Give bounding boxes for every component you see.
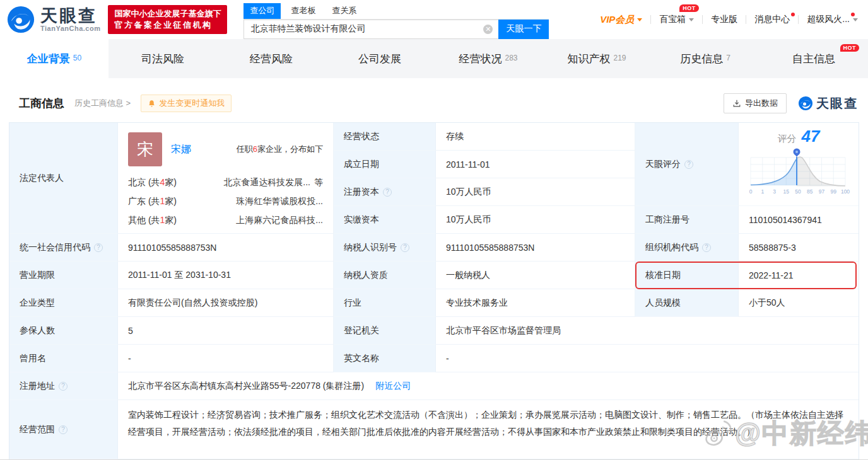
- svg-text:99: 99: [831, 188, 837, 195]
- value-taxpayer-quality: 一般纳税人: [436, 262, 635, 289]
- tianyancha-logo-icon: [6, 5, 35, 34]
- search-tab-company[interactable]: 查公司: [243, 3, 281, 19]
- help-icon[interactable]: ?: [94, 243, 103, 252]
- related-company-link[interactable]: 北京食通达科技发展...: [223, 173, 310, 192]
- tab-label: 历史信息: [680, 52, 723, 66]
- business-info-toolbar: 工商信息 历史工商信息 > 发生变更时通知我 导出数据 天眼查: [0, 78, 868, 122]
- search-area: 查公司 查老板 查关系 ✕ 天眼一下: [243, 3, 549, 39]
- tab-judicial-risk[interactable]: 司法风险: [108, 39, 217, 78]
- legal-representative-cell: 宋 宋娜 任职6家企业，分布如下 北京 (共4家) 北京食通达科技发展... 等…: [118, 123, 334, 234]
- label-org-code: 组织机构代码?: [635, 234, 739, 262]
- notification-dot: [851, 13, 855, 16]
- tab-self-info[interactable]: 自主信息 HOT: [760, 39, 868, 78]
- label-registered-capital: 注册资本?: [334, 178, 436, 206]
- nav-messages[interactable]: 消息中心: [754, 14, 790, 25]
- svg-text:100: 100: [841, 188, 850, 195]
- score-value: 47: [802, 127, 820, 146]
- svg-text:97: 97: [819, 188, 825, 195]
- label-business-scope: 经营范围?: [9, 400, 118, 459]
- value-insured-count: 5: [118, 317, 334, 345]
- related-company-link[interactable]: 上海麻六记食品科技...: [236, 210, 323, 229]
- value-paid-capital: 10万人民币: [436, 206, 635, 234]
- search-button[interactable]: 天眼一下: [498, 20, 549, 39]
- tianyan-score-chart: 评分 47: [739, 123, 859, 206]
- help-icon[interactable]: ?: [383, 188, 392, 197]
- search-tab-boss[interactable]: 查老板: [284, 3, 322, 19]
- label-registration-number: 工商注册号: [635, 206, 739, 234]
- legal-rep-name-link[interactable]: 宋娜: [171, 143, 191, 156]
- label-english-name: 英文名称: [334, 345, 436, 372]
- tianyancha-logo[interactable]: 天眼查 TianYanCha.com: [6, 5, 100, 34]
- help-icon[interactable]: ?: [401, 243, 409, 252]
- address-text: 北京市平谷区东高村镇东高村兴业路55号-220778 (集群注册): [128, 381, 364, 392]
- svg-text:50: 50: [795, 188, 801, 195]
- value-credit-code: 91110105585888753N: [118, 234, 334, 262]
- export-label: 导出数据: [745, 98, 778, 109]
- nav-super[interactable]: 超级风火...: [807, 14, 858, 25]
- score-axis-labels: 0 1 3 15 50 85 97 99 100: [749, 188, 850, 195]
- export-data-button[interactable]: 导出数据: [724, 93, 787, 113]
- top-nav: VIP会员 HOT 百宝箱 专业版 消息中心 超级风火...: [600, 14, 858, 26]
- value-business-term: 2011-11-01 至 2031-10-31: [118, 262, 334, 289]
- svg-text:15: 15: [783, 188, 790, 195]
- nav-vip[interactable]: VIP会员: [600, 14, 642, 26]
- value-approval-date: 2022-11-21: [739, 262, 859, 289]
- notify-on-change-button[interactable]: 发生变更时通知我: [141, 95, 232, 112]
- value-operating-status: 存续: [436, 123, 635, 151]
- nav-super-label: 超级风火...: [807, 14, 850, 25]
- tab-intellectual-property[interactable]: 知识产权 219: [542, 39, 651, 78]
- help-icon[interactable]: ?: [702, 243, 711, 252]
- region-row-tail: 等: [314, 173, 323, 192]
- tab-count: 283: [505, 54, 517, 62]
- svg-text:3: 3: [773, 188, 776, 195]
- job-count: 6: [253, 144, 257, 154]
- company-section-tabs: 企业背景 50 司法风险 经营风险 公司发展 经营状况 283 知识产权 219…: [0, 39, 868, 78]
- avatar[interactable]: 宋: [128, 132, 162, 166]
- tab-label: 经营风险: [250, 52, 293, 66]
- help-icon[interactable]: ?: [684, 160, 693, 169]
- chevron-down-icon: [637, 18, 642, 21]
- search-tab-relation[interactable]: 查关系: [326, 3, 363, 19]
- label-taxpayer-id: 纳税人识别号?: [334, 234, 436, 262]
- label-legal-representative: 法定代表人: [9, 123, 118, 234]
- notification-dot: [791, 13, 795, 16]
- label-business-term: 营业期限: [9, 262, 118, 289]
- nav-toolbox[interactable]: HOT 百宝箱: [659, 14, 694, 25]
- label-industry: 行业: [334, 289, 436, 317]
- nav-pro[interactable]: 专业版: [711, 14, 737, 25]
- search-tabs: 查公司 查老板 查关系: [243, 3, 549, 20]
- tab-label: 经营状况: [459, 52, 501, 66]
- legal-rep-region-row: 广东 (共1家) 珠海红华菁诚股权投...: [128, 192, 323, 210]
- tab-label: 公司发展: [358, 52, 401, 66]
- tab-company-development[interactable]: 公司发展: [326, 39, 434, 78]
- tab-operational-risk[interactable]: 经营风险: [217, 39, 326, 78]
- history-business-info-link[interactable]: 历史工商信息 >: [74, 98, 131, 109]
- label-staff-size: 人员规模: [635, 289, 739, 317]
- value-staff-size: 小于50人: [739, 289, 859, 317]
- legal-rep-job-summary: 任职6家企业，分布如下: [237, 144, 323, 155]
- tab-company-background[interactable]: 企业背景 50: [0, 39, 108, 78]
- nearby-companies-link[interactable]: 附近公司: [375, 381, 411, 392]
- related-company-link[interactable]: 珠海红华菁诚股权投...: [236, 192, 323, 210]
- logo-domain: TianYanCha.com: [40, 25, 100, 32]
- download-icon: [732, 99, 741, 108]
- tab-operating-status[interactable]: 经营状况 283: [434, 39, 542, 78]
- legal-rep-region-row: 其他 (共1家) 上海麻六记食品科技...: [128, 210, 323, 229]
- tab-history-info[interactable]: 历史信息 7: [651, 39, 760, 78]
- help-icon[interactable]: ?: [59, 382, 67, 391]
- hot-badge: HOT: [840, 44, 860, 52]
- search-input[interactable]: [243, 20, 498, 39]
- svg-text:1: 1: [761, 188, 764, 195]
- label-company-type: 企业类型: [9, 289, 118, 317]
- value-registration-number: 110105014367941: [739, 206, 859, 234]
- gov-certification-badge: 国家中小企业发展子基金旗下 官方备案企业征信机构: [108, 5, 227, 34]
- chevron-down-icon: [689, 18, 694, 21]
- nav-divider: [702, 15, 703, 24]
- help-icon[interactable]: ?: [59, 425, 67, 434]
- label-former-name: 曾用名: [9, 345, 118, 372]
- tab-count: 50: [73, 54, 81, 62]
- hot-badge: HOT: [679, 4, 699, 12]
- clear-search-icon[interactable]: ✕: [483, 25, 493, 34]
- label-insured-count: 参保人数: [9, 317, 118, 345]
- tianyancha-mini-logo[interactable]: 天眼查: [798, 95, 858, 112]
